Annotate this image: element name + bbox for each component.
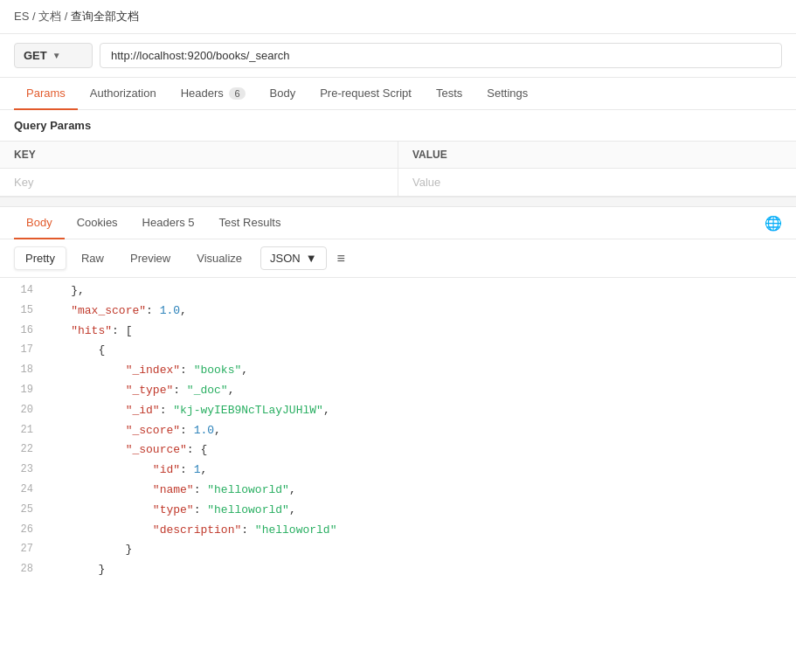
json-format-select[interactable]: JSON ▼ — [260, 246, 327, 270]
tab-body[interactable]: Body — [258, 78, 308, 110]
response-tabs: Body Cookies Headers 5 Test Results 🌐 — [0, 207, 796, 239]
json-line-25: 25 "type": "helloworld", — [0, 501, 796, 521]
breadcrumb-docs[interactable]: 文档 — [38, 10, 61, 23]
response-tab-headers[interactable]: Headers 5 — [130, 207, 207, 239]
json-format-label: JSON — [270, 252, 301, 265]
format-raw[interactable]: Raw — [70, 246, 115, 270]
json-line-20: 20 "_id": "kj-wyIEB9NcTLayJUHlW", — [0, 401, 796, 421]
json-line-19: 19 "_type": "_doc", — [0, 381, 796, 401]
format-preview[interactable]: Preview — [119, 246, 182, 270]
response-headers-badge: 5 — [188, 216, 194, 229]
method-chevron-icon: ▼ — [52, 51, 61, 60]
params-table: KEY VALUE Key Value — [0, 141, 796, 197]
method-label: GET — [24, 49, 47, 62]
json-line-17: 17 { — [0, 341, 796, 361]
tab-prerequest[interactable]: Pre-request Script — [308, 78, 424, 110]
json-line-28: 28 } — [0, 560, 796, 580]
response-tab-body[interactable]: Body — [14, 207, 65, 239]
tab-headers[interactable]: Headers 6 — [169, 78, 258, 110]
format-pretty[interactable]: Pretty — [14, 246, 66, 270]
json-lines: 14 }, 15 "max_score": 1.0, 16 "hits": [ … — [0, 278, 796, 584]
json-line-21: 21 "_score": 1.0, — [0, 421, 796, 441]
tab-tests[interactable]: Tests — [424, 78, 474, 110]
format-visualize[interactable]: Visualize — [185, 246, 253, 270]
url-input[interactable] — [100, 43, 782, 68]
json-line-15: 15 "max_score": 1.0, — [0, 301, 796, 322]
json-format-chevron-icon: ▼ — [306, 252, 317, 265]
request-tabs: Params Authorization Headers 6 Body Pre-… — [0, 78, 796, 110]
col-header-key: KEY — [0, 142, 398, 169]
tab-params[interactable]: Params — [14, 78, 78, 110]
col-header-value: VALUE — [398, 142, 797, 169]
section-divider — [0, 197, 796, 207]
response-tab-test-results[interactable]: Test Results — [207, 207, 294, 239]
method-select[interactable]: GET ▼ — [14, 43, 93, 68]
json-line-18: 18 "_index": "books", — [0, 361, 796, 381]
request-bar: GET ▼ — [0, 34, 796, 78]
value-cell[interactable]: Value — [398, 169, 797, 197]
json-line-27: 27 } — [0, 540, 796, 560]
key-cell[interactable]: Key — [0, 169, 398, 197]
json-line-24: 24 "name": "helloworld", — [0, 481, 796, 501]
response-tab-cookies[interactable]: Cookies — [65, 207, 130, 239]
breadcrumb-es[interactable]: ES — [14, 10, 29, 23]
globe-icon[interactable]: 🌐 — [765, 215, 782, 232]
query-params-label: Query Params — [0, 110, 796, 141]
format-bar: Pretty Raw Preview Visualize JSON ▼ ≡ — [0, 239, 796, 278]
breadcrumb: ES / 文档 / 查询全部文档 — [0, 0, 796, 34]
filter-icon[interactable]: ≡ — [337, 251, 345, 267]
json-line-26: 26 "description": "helloworld" — [0, 521, 796, 541]
headers-badge: 6 — [229, 87, 245, 100]
json-line-14: 14 }, — [0, 281, 796, 301]
json-body: 14 }, 15 "max_score": 1.0, 16 "hits": [ … — [0, 278, 796, 584]
json-line-16: 16 "hits": [ — [0, 322, 796, 342]
tab-authorization[interactable]: Authorization — [78, 78, 169, 110]
tab-settings[interactable]: Settings — [474, 78, 540, 110]
json-line-22: 22 "_source": { — [0, 440, 796, 461]
table-row: Key Value — [0, 169, 796, 197]
json-line-23: 23 "id": 1, — [0, 461, 796, 481]
breadcrumb-current: 查询全部文档 — [71, 10, 139, 23]
